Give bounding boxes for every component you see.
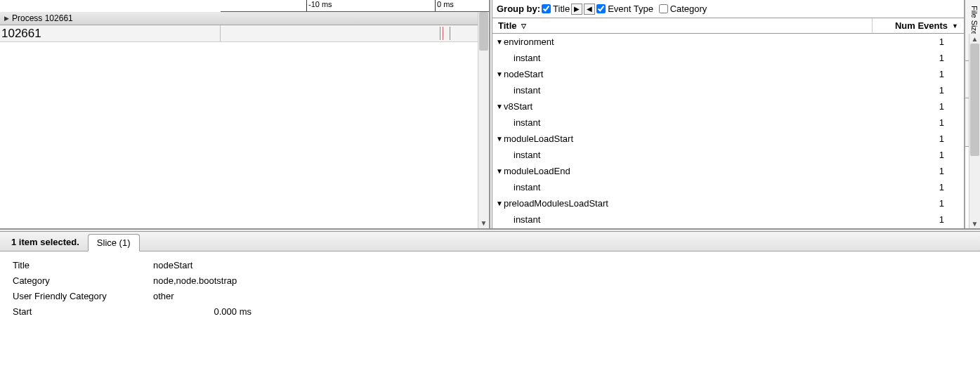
table-row[interactable]: instant1 xyxy=(492,179,964,195)
track-row[interactable]: 102661 xyxy=(0,25,489,42)
table-row[interactable]: instant1 xyxy=(492,147,964,163)
row-title-cell: instant xyxy=(492,53,916,63)
group-by-title-text: Title xyxy=(553,4,570,14)
track-content[interactable] xyxy=(221,25,489,41)
selection-count: 1 item selected. xyxy=(11,237,79,251)
row-title-cell: ▼preloadModulesLoadStart xyxy=(492,198,916,209)
group-by-event-type-option[interactable]: Event Type xyxy=(596,4,653,14)
scroll-down-icon[interactable]: ▼ xyxy=(478,217,489,228)
event-table-panel: Group by: Title ▶ ◀ Event Type Category xyxy=(492,0,965,228)
table-row[interactable]: instant1 xyxy=(492,50,964,66)
row-title: instant xyxy=(514,182,540,192)
scrollbar[interactable]: ▼ xyxy=(478,12,489,228)
row-count: 1 xyxy=(916,133,944,144)
table-row[interactable]: ▼v8Start1 xyxy=(492,98,964,115)
row-title: instant xyxy=(514,85,540,96)
collapse-icon[interactable]: ▼ xyxy=(495,103,504,110)
group-by-toolbar: Group by: Title ▶ ◀ Event Type Category xyxy=(492,0,964,18)
details-table: TitlenodeStartCategorynode,node.bootstra… xyxy=(0,251,980,325)
event-marker[interactable] xyxy=(440,27,440,40)
detail-label: Title xyxy=(13,260,153,270)
detail-row: User Friendly Categoryother xyxy=(13,288,967,303)
collapse-icon[interactable]: ▼ xyxy=(495,200,504,207)
scroll-up-icon[interactable]: ▲ xyxy=(969,34,980,44)
row-title-cell: ▼moduleLoadStart xyxy=(492,133,916,144)
collapse-icon[interactable]: ▼ xyxy=(495,135,504,143)
move-left-button[interactable]: ◀ xyxy=(584,4,595,15)
row-count: 1 xyxy=(916,85,944,96)
time-ruler[interactable]: -10 ms0 ms xyxy=(221,0,489,12)
detail-row: Categorynode,node.bootstrap xyxy=(13,273,967,288)
row-count: 1 xyxy=(916,69,944,79)
row-title: moduleLoadEnd xyxy=(504,166,570,176)
detail-value: other xyxy=(153,291,174,301)
row-count: 1 xyxy=(916,198,944,209)
row-count: 1 xyxy=(916,37,944,47)
group-by-event-type-checkbox[interactable] xyxy=(596,4,606,13)
expand-icon[interactable]: ▶ xyxy=(4,15,9,22)
event-marker[interactable] xyxy=(443,27,443,40)
row-title-cell: ▼moduleLoadEnd xyxy=(492,166,916,176)
row-title-cell: ▼environment xyxy=(492,37,916,47)
sort-indicator-icon: ▽ xyxy=(521,22,526,30)
track-label: 102661 xyxy=(0,25,221,41)
row-count: 1 xyxy=(916,182,944,192)
row-count: 1 xyxy=(916,53,944,63)
column-num-text: Num Events xyxy=(895,20,948,31)
detail-label: Category xyxy=(13,275,153,286)
row-title-cell: instant xyxy=(492,85,916,96)
detail-row: Start0.000 ms xyxy=(13,303,967,319)
events-pane: Group by: Title ▶ ◀ Event Type Category xyxy=(492,0,980,228)
group-by-category-text: Category xyxy=(670,4,707,14)
scrollbar-thumb[interactable] xyxy=(970,44,979,156)
details-pane: 1 item selected. Slice (1) TitlenodeStar… xyxy=(0,232,980,366)
table-row[interactable]: instant1 xyxy=(492,82,964,98)
scroll-down-icon[interactable]: ▼ xyxy=(969,218,980,228)
row-count: 1 xyxy=(916,150,944,160)
table-row[interactable]: ▼environment1 xyxy=(492,34,964,50)
row-title: instant xyxy=(514,117,540,128)
table-row[interactable]: ▼moduleLoadStart1 xyxy=(492,131,964,147)
table-row[interactable]: ▼moduleLoadEnd1 xyxy=(492,163,964,179)
event-marker[interactable] xyxy=(450,27,450,40)
group-by-category-option[interactable]: Category xyxy=(659,4,707,14)
scrollbar[interactable]: ▲ ▼ xyxy=(969,34,980,228)
collapse-icon[interactable]: ▼ xyxy=(495,167,504,175)
tab-slice[interactable]: Slice (1) xyxy=(88,234,140,251)
group-by-title-option[interactable]: Title xyxy=(542,4,570,14)
detail-value: node,node.bootstrap xyxy=(153,275,237,286)
table-header: Title ▽ Num Events ▼ xyxy=(492,18,964,34)
detail-value: nodeStart xyxy=(153,260,192,270)
group-by-event-type-text: Event Type xyxy=(608,4,653,14)
scrollbar-thumb[interactable] xyxy=(479,12,488,51)
row-title-cell: ▼v8Start xyxy=(492,101,916,112)
row-title: moduleLoadStart xyxy=(504,133,573,144)
row-title-cell: ▼nodeStart xyxy=(492,69,916,79)
collapse-icon[interactable]: ▼ xyxy=(495,70,504,78)
detail-value: 0.000 ms xyxy=(153,306,251,317)
table-row[interactable]: ▼nodeStart1 xyxy=(492,66,964,82)
timeline-pane: -10 ms0 ms ▶ Process 102661 102661 ▼ xyxy=(0,0,490,228)
detail-row: TitlenodeStart xyxy=(13,257,967,273)
group-by-title-checkbox[interactable] xyxy=(542,4,551,13)
group-by-category-checkbox[interactable] xyxy=(659,4,668,13)
row-title: instant xyxy=(514,53,540,63)
row-title: v8Start xyxy=(504,101,533,112)
row-count: 1 xyxy=(916,101,944,112)
move-right-button[interactable]: ▶ xyxy=(571,4,582,15)
row-title: preloadModulesLoadStart xyxy=(504,198,608,209)
row-title: instant xyxy=(514,214,540,225)
process-header[interactable]: ▶ Process 102661 xyxy=(0,12,489,25)
row-title: nodeStart xyxy=(504,69,543,79)
collapse-icon[interactable]: ▼ xyxy=(495,38,504,46)
row-count: 1 xyxy=(916,214,944,225)
table-row[interactable]: instant1 xyxy=(492,211,964,228)
column-title[interactable]: Title ▽ xyxy=(492,18,873,33)
row-count: 1 xyxy=(916,117,944,128)
table-row[interactable]: ▼preloadModulesLoadStart1 xyxy=(492,195,964,211)
group-by-label: Group by: xyxy=(497,4,540,14)
process-label: Process 102661 xyxy=(12,13,73,23)
table-row[interactable]: instant1 xyxy=(492,115,964,131)
row-title: instant xyxy=(514,150,540,160)
column-num-events[interactable]: Num Events ▼ xyxy=(873,18,964,33)
